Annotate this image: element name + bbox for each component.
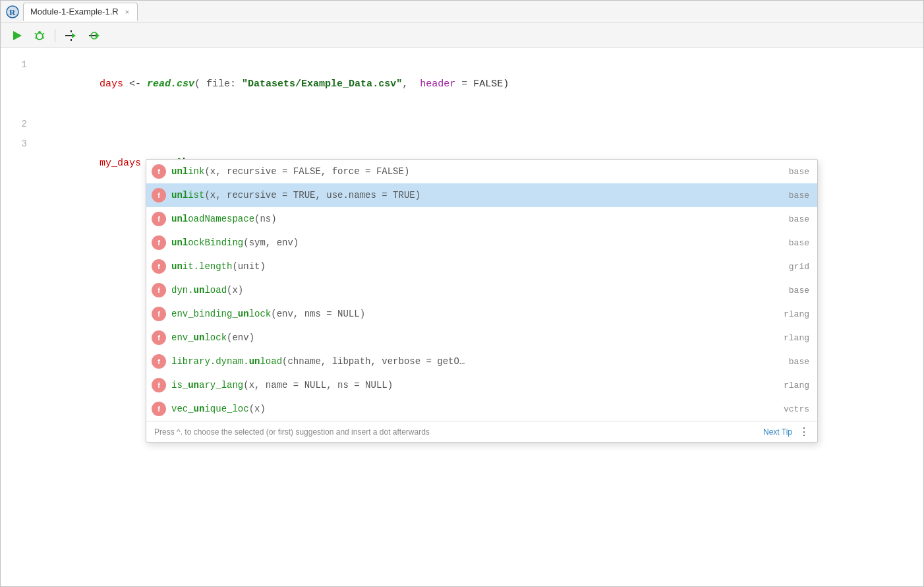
ac-pkg-10: vctrs — [776, 404, 809, 414]
bug-icon — [33, 29, 46, 42]
ac-label-10: vec_unique_loc(x) — [171, 404, 771, 414]
run-button[interactable] — [7, 27, 27, 44]
ac-icon-4: f — [152, 259, 166, 274]
editor-tab[interactable]: Module-1-Example-1.R × — [23, 3, 138, 21]
svg-point-10 — [38, 31, 41, 34]
svg-line-7 — [43, 33, 44, 34]
ac-label-1: unlist(x, recursive = TRUE, use.names = … — [171, 190, 771, 201]
svg-text:R: R — [9, 7, 16, 17]
ac-icon-0: f — [152, 164, 166, 179]
main-window: R Module-1-Example-1.R × — [0, 0, 924, 587]
ac-label-6: env_binding_unlock(env, nms = NULL) — [171, 309, 771, 319]
ac-item-unit-length[interactable]: f unit.length(unit) grid — [146, 255, 817, 278]
var-days: days — [100, 78, 123, 90]
ac-icon-7: f — [152, 330, 166, 345]
code-text-1: days <- read.csv( file: "Datasets/Exampl… — [40, 55, 923, 114]
code-editor[interactable]: 1 days <- read.csv( file: "Datasets/Exam… — [1, 48, 923, 586]
ac-label-3: unlockBinding(sym, env) — [171, 237, 771, 248]
autocomplete-dropdown[interactable]: f unlink(x, recursive = FALSE, force = F… — [146, 159, 818, 443]
autocomplete-footer: Press ^. to choose the selected (or firs… — [146, 421, 817, 442]
more-options-button[interactable]: ⋮ — [799, 425, 809, 438]
ac-pkg-0: base — [776, 167, 809, 177]
title-bar: R Module-1-Example-1.R × — [1, 1, 923, 23]
ac-pkg-5: base — [776, 286, 809, 295]
step-over-icon — [88, 29, 102, 42]
ac-icon-1: f — [152, 188, 166, 202]
next-tip-button[interactable]: Next Tip — [763, 427, 792, 437]
step-over-button[interactable] — [84, 27, 105, 44]
ac-label-9: is_unary_lang(x, name = NULL, ns = NULL) — [171, 380, 771, 390]
ac-pkg-8: base — [776, 357, 809, 367]
ac-icon-9: f — [152, 378, 166, 392]
ac-label-4: unit.length(unit) — [171, 261, 771, 272]
ac-item-library-dynam-unload[interactable]: f library.dynam.unload(chname, libpath, … — [146, 350, 817, 373]
footer-hint-text: Press ^. to choose the selected (or firs… — [154, 427, 430, 437]
ac-pkg-2: base — [776, 214, 809, 224]
code-line-1: 1 days <- read.csv( file: "Datasets/Exam… — [1, 55, 923, 114]
ac-item-dyn-unload[interactable]: f dyn.unload(x) base — [146, 278, 817, 302]
ac-item-env-unlock[interactable]: f env_unlock(env) rlang — [146, 326, 817, 350]
ac-label-5: dyn.unload(x) — [171, 285, 771, 295]
ac-item-unlockbinding[interactable]: f unlockBinding(sym, env) base — [146, 231, 817, 255]
ac-pkg-3: base — [776, 238, 809, 248]
ac-item-unloadnamespace[interactable]: f unloadNamespace(ns) base — [146, 207, 817, 231]
step-into-button[interactable] — [61, 27, 82, 44]
line-number-2: 2 — [1, 114, 40, 134]
svg-line-8 — [35, 38, 36, 38]
code-line-2: 2 — [1, 114, 923, 134]
func-read-csv: read.csv — [147, 78, 194, 90]
string-path: "Datasets/Example_Data.csv" — [242, 78, 402, 90]
svg-line-9 — [43, 38, 44, 38]
ac-pkg-9: rlang — [776, 381, 809, 390]
param-header: header — [414, 78, 455, 90]
tab-title: Module-1-Example-1.R — [30, 7, 119, 16]
svg-marker-12 — [72, 33, 76, 38]
ac-icon-10: f — [152, 402, 166, 416]
line-number-3: 3 — [1, 134, 40, 154]
ac-item-unlink[interactable]: f unlink(x, recursive = FALSE, force = F… — [146, 160, 817, 183]
ac-label-0: unlink(x, recursive = FALSE, force = FAL… — [171, 166, 771, 177]
run-icon — [11, 29, 24, 42]
svg-point-4 — [36, 33, 43, 40]
ac-label-2: unloadNamespace(ns) — [171, 214, 771, 224]
debug-button[interactable] — [30, 27, 49, 44]
ac-item-unlist[interactable]: f unlist(x, recursive = TRUE, use.names … — [146, 183, 817, 207]
ac-label-8: library.dynam.unload(chname, libpath, ve… — [171, 356, 771, 367]
var-my-days: my_days — [100, 158, 141, 169]
ac-pkg-7: rlang — [776, 333, 809, 343]
line-number-1: 1 — [1, 55, 40, 75]
ac-item-vec-unique-loc[interactable]: f vec_unique_loc(x) vctrs — [146, 397, 817, 421]
ac-icon-3: f — [152, 235, 166, 250]
step-into-icon — [64, 29, 78, 42]
r-logo-icon: R — [6, 5, 19, 18]
ac-pkg-6: rlang — [776, 309, 809, 319]
ac-icon-2: f — [152, 212, 166, 226]
svg-line-6 — [35, 33, 36, 34]
toolbar — [1, 23, 923, 48]
ac-pkg-4: grid — [776, 262, 809, 272]
ac-label-7: env_unlock(env) — [171, 332, 771, 343]
svg-marker-3 — [13, 31, 22, 40]
ac-icon-5: f — [152, 283, 166, 297]
toolbar-separator — [55, 29, 55, 42]
tab-close-button[interactable]: × — [125, 8, 129, 16]
ac-icon-6: f — [152, 307, 166, 321]
ac-item-is-unary-lang[interactable]: f is_unary_lang(x, name = NULL, ns = NUL… — [146, 373, 817, 397]
ac-icon-8: f — [152, 354, 166, 369]
code-text-2 — [40, 114, 923, 134]
ac-item-env-binding-unlock[interactable]: f env_binding_unlock(env, nms = NULL) rl… — [146, 302, 817, 326]
ac-pkg-1: base — [776, 191, 809, 201]
